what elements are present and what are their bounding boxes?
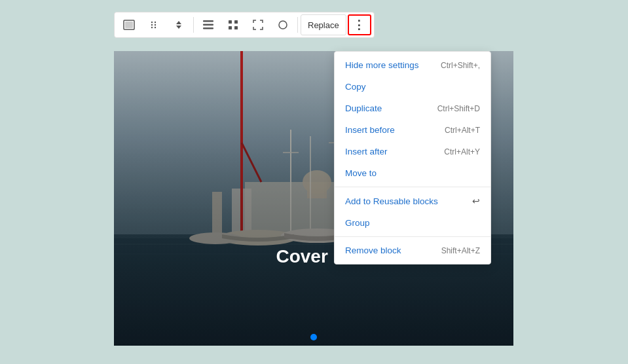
menu-item-label: Hide more settings — [345, 60, 419, 70]
drag-handle-button[interactable] — [142, 14, 166, 35]
menu-item-label: Group — [345, 218, 370, 228]
menu-divider-1 — [335, 187, 490, 187]
svg-rect-11 — [203, 24, 213, 26]
menu-item-shortcut: Shift+Alt+Z — [441, 246, 480, 255]
circle-button[interactable] — [271, 14, 295, 35]
block-toolbar: Replace ⋮ — [114, 12, 375, 38]
menu-item-insert-before[interactable]: Insert before Ctrl+Alt+T — [335, 119, 490, 141]
menu-item-remove-block[interactable]: Remove block Shift+Alt+Z — [335, 240, 490, 261]
cover-dot — [310, 334, 317, 340]
svg-point-5 — [155, 22, 156, 23]
move-arrows-button[interactable] — [167, 14, 191, 35]
svg-marker-8 — [176, 21, 181, 24]
context-menu: Hide more settings Ctrl+Shift+, Copy Dup… — [334, 51, 491, 264]
menu-item-label: Move to — [345, 168, 377, 178]
menu-item-label: Remove block — [345, 246, 401, 255]
toolbar-divider-2 — [297, 17, 298, 33]
menu-item-add-reusable[interactable]: Add to Reusable blocks ↩ — [335, 190, 490, 212]
svg-point-2 — [151, 22, 153, 23]
reusable-icon: ↩ — [472, 196, 480, 206]
menu-item-label: Duplicate — [345, 103, 382, 113]
svg-rect-16 — [234, 26, 238, 29]
block-type-button[interactable] — [117, 14, 141, 35]
menu-item-label: Insert after — [345, 147, 388, 156]
toolbar-divider-1 — [193, 17, 194, 33]
svg-point-7 — [155, 27, 156, 28]
svg-point-6 — [155, 24, 156, 26]
menu-item-shortcut: Ctrl+Alt+Y — [444, 147, 480, 156]
menu-item-label: Copy — [345, 82, 366, 92]
menu-item-label: Insert before — [345, 125, 395, 135]
svg-rect-12 — [203, 27, 213, 29]
menu-item-move-to[interactable]: Move to — [335, 162, 490, 184]
svg-rect-15 — [229, 26, 232, 29]
svg-point-3 — [151, 24, 153, 26]
svg-rect-13 — [229, 20, 232, 24]
menu-item-label: Add to Reusable blocks — [345, 196, 438, 206]
align-button[interactable] — [196, 14, 220, 35]
menu-divider-2 — [335, 236, 490, 237]
svg-marker-9 — [176, 26, 181, 29]
more-options-button[interactable]: ⋮ — [348, 14, 371, 35]
svg-rect-1 — [125, 22, 133, 28]
svg-rect-14 — [234, 20, 238, 24]
svg-rect-10 — [203, 20, 213, 22]
svg-point-17 — [279, 21, 287, 29]
menu-item-insert-after[interactable]: Insert after Ctrl+Alt+Y — [335, 141, 490, 162]
menu-item-duplicate[interactable]: Duplicate Ctrl+Shift+D — [335, 98, 490, 119]
menu-item-copy[interactable]: Copy — [335, 76, 490, 98]
menu-item-shortcut: Ctrl+Shift+D — [437, 104, 480, 113]
menu-item-shortcut: Ctrl+Shift+, — [441, 61, 480, 70]
menu-item-group[interactable]: Group — [335, 212, 490, 234]
grid-button[interactable] — [221, 14, 245, 35]
menu-item-hide-more-settings[interactable]: Hide more settings Ctrl+Shift+, — [335, 54, 490, 76]
menu-item-shortcut: Ctrl+Alt+T — [445, 126, 480, 135]
svg-point-4 — [151, 27, 153, 28]
replace-button[interactable]: Replace — [301, 14, 346, 35]
expand-button[interactable] — [246, 14, 270, 35]
